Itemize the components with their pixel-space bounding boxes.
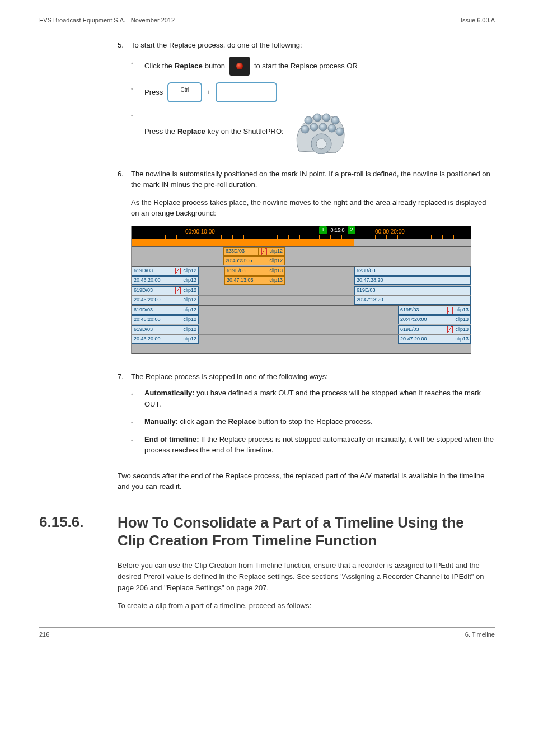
step-5a-mid: button xyxy=(205,60,225,72)
clip-name: 619D/03 xyxy=(134,326,177,334)
section-title: How To Consolidate a Part of a Timeline … xyxy=(118,514,495,550)
step-5c-post: key on the ShuttlePRO: xyxy=(208,126,284,137)
step-6-number: 6. xyxy=(118,169,131,363)
ruler-between-tc: 0:15:0 xyxy=(327,227,348,235)
clip-tag: clip12 xyxy=(181,277,196,284)
record-dot-icon xyxy=(236,63,243,69)
clip-tag: clip12 xyxy=(181,326,196,334)
clip-tag: clip12 xyxy=(267,248,283,255)
mark-in-icon: 1 xyxy=(319,226,327,234)
step-7: 7. The Replace process is stopped in one… xyxy=(118,371,495,463)
timeline-figure: 00:00:10:00 00:00:20:00 1 0:15:0 2 xyxy=(131,226,471,354)
track-row-4: 619D/03 clip12 20:46:20:00 xyxy=(132,305,471,325)
clip-name: 20:47:20:00 xyxy=(400,316,449,324)
clip-tag: clip12 xyxy=(181,296,196,304)
clip-tag: clip12 xyxy=(267,257,283,265)
clip-name: 20:46:20:00 xyxy=(134,296,177,304)
clip-name: 619D/03 xyxy=(134,306,177,314)
clip-tag: clip12 xyxy=(181,287,196,295)
ruler-right-tc: 00:00:20:00 xyxy=(375,227,405,236)
step-7b-post: button to stop the Replace process. xyxy=(256,417,372,426)
svg-point-8 xyxy=(336,128,344,136)
step-7b-replace: Replace xyxy=(228,417,256,426)
clip-tag: clip13 xyxy=(453,335,469,343)
bullet-icon: ◦ xyxy=(131,416,144,427)
clip-name: 619E/03 xyxy=(400,306,442,314)
body-p1: Before you can use the Clip Creation fro… xyxy=(118,560,495,594)
mark-out-icon: 2 xyxy=(348,226,355,234)
step-7b-pre: click again the xyxy=(178,417,228,426)
clip-name: 623B/03 xyxy=(357,267,469,275)
ruler-left-tc: 00:00:10:00 xyxy=(185,227,215,236)
bullet-icon: ◦ xyxy=(131,109,144,120)
clip-name: 20:47:20:00 xyxy=(400,335,449,343)
page-header: EVS Broadcast Equipment S.A. - November … xyxy=(39,17,495,26)
svg-point-0 xyxy=(305,116,312,124)
clip-tag: clip13 xyxy=(453,306,469,314)
step-5c: ◦ Press the Replace key on the ShuttlePR… xyxy=(131,109,495,154)
header-right: Issue 6.00.A xyxy=(461,17,495,24)
plus-sign: + xyxy=(207,87,211,98)
clip-name: 619E/03 xyxy=(400,326,442,334)
clip-name: 20:46:20:00 xyxy=(134,277,177,284)
svg-point-6 xyxy=(319,123,327,131)
transition-icon xyxy=(174,286,181,295)
step-5c-bold: Replace xyxy=(177,126,205,137)
step-5-text: To start the Replace process, do one of … xyxy=(131,40,495,51)
clip-name: 20:46:23:05 xyxy=(226,257,263,265)
bullet-icon: ◦ xyxy=(131,57,144,67)
nowline-progress xyxy=(132,239,471,246)
track-row-5: 619D/03 clip12 20:46:20:00 xyxy=(132,325,471,344)
step-7b-bold: Manually: xyxy=(144,417,178,426)
step-5a-bold: Replace xyxy=(175,60,203,72)
track-row-3: 619D/03 clip12 20:46:20:00 xyxy=(132,286,471,305)
step-5a-pre: Click the xyxy=(144,60,172,72)
clip-tag: clip12 xyxy=(181,316,196,324)
clip-tag: clip12 xyxy=(181,335,196,343)
step-5-number: 5. xyxy=(118,40,131,161)
clip-tag: clip13 xyxy=(267,277,283,284)
step-6: 6. The nowline is automatically position… xyxy=(118,169,495,363)
timeline-ruler: 00:00:10:00 00:00:20:00 1 0:15:0 2 xyxy=(132,226,471,239)
step-5: 5. To start the Replace process, do one … xyxy=(118,40,495,161)
body-p2: To create a clip from a part of a timeli… xyxy=(118,600,495,612)
step-5a: ◦ Click the Replace button to start the … xyxy=(131,57,495,76)
after-step7-text: Two seconds after the end of the Replace… xyxy=(118,470,495,492)
step-7c: ◦ End of timeline: If the Replace proces… xyxy=(131,434,495,456)
track-row-1: 623D/03 clip12 20:46:23:05 xyxy=(132,246,471,266)
clip-tag: clip13 xyxy=(453,326,469,334)
ctrl-key-icon: Ctrl xyxy=(167,82,202,102)
ctrl-key-label: Ctrl xyxy=(180,86,189,94)
step-5b-pre: Press xyxy=(144,87,163,98)
svg-point-3 xyxy=(331,116,339,124)
clip-name: 619E/03 xyxy=(357,287,469,295)
page-footer: 216 6. Timeline xyxy=(39,627,495,638)
step-7a-rest: you have defined a mark OUT and the proc… xyxy=(144,389,481,408)
svg-point-2 xyxy=(322,114,330,122)
step-7a-bold: Automatically: xyxy=(144,389,195,397)
section-number: 6.15.6. xyxy=(39,514,118,531)
clip-tag: clip13 xyxy=(267,267,283,275)
bullet-icon: ◦ xyxy=(131,434,144,445)
step-7-text: The Replace process is stopped in one of… xyxy=(131,371,495,382)
clip-tag: clip13 xyxy=(453,316,469,324)
transition-icon xyxy=(174,267,181,276)
transition-icon xyxy=(446,306,453,315)
clip-tag: clip12 xyxy=(181,306,196,314)
svg-point-1 xyxy=(313,114,321,122)
step-7a: ◦ Automatically: you have defined a mark… xyxy=(131,388,495,409)
section-heading: 6.15.6. How To Consolidate a Part of a T… xyxy=(39,514,495,550)
clip-name: 619D/03 xyxy=(134,287,170,295)
svg-point-5 xyxy=(310,123,318,131)
bullet-icon: ◦ xyxy=(131,388,144,398)
clip-name: 20:46:20:00 xyxy=(134,316,177,324)
transition-icon xyxy=(446,325,453,334)
svg-point-4 xyxy=(301,125,309,133)
clip-name: 619E/03 xyxy=(227,267,263,275)
step-7c-bold: End of timeline: xyxy=(144,435,199,444)
header-left: EVS Broadcast Equipment S.A. - November … xyxy=(39,17,175,24)
clip-name: 20:47:18:20 xyxy=(357,296,469,304)
step-7-number: 7. xyxy=(118,371,131,463)
step-5a-post: to start the Replace process OR xyxy=(254,60,358,72)
clip-tag: clip12 xyxy=(181,267,196,275)
